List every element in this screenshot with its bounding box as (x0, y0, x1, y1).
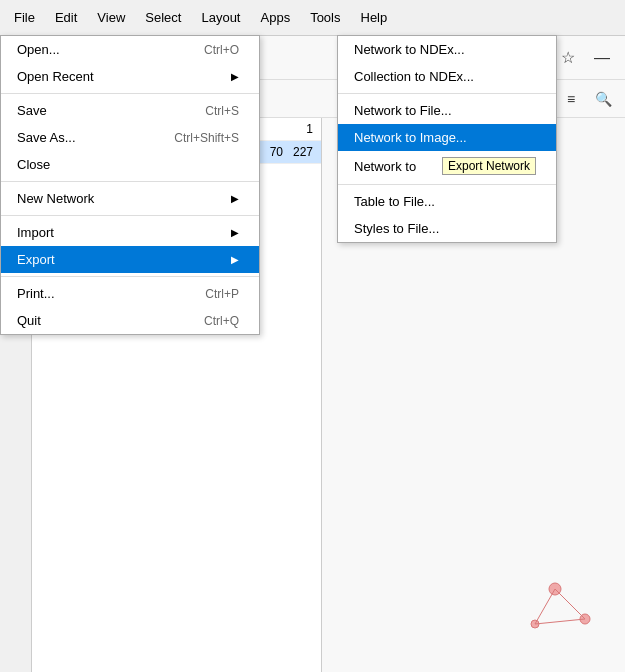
sep-3 (1, 215, 259, 216)
menu-new-network-label: New Network (17, 191, 94, 206)
export-table-file-label: Table to File... (354, 194, 435, 209)
menu-quit-label: Quit (17, 313, 41, 328)
menu-open[interactable]: Open... Ctrl+O (1, 36, 259, 63)
network-visualization (505, 569, 605, 652)
menu-save-shortcut: Ctrl+S (205, 104, 239, 118)
export-ndex[interactable]: Network to NDEx... (338, 36, 556, 63)
menu-tools[interactable]: Tools (300, 6, 350, 29)
menu-print-shortcut: Ctrl+P (205, 287, 239, 301)
export-styles-file-label: Styles to File... (354, 221, 439, 236)
sub-sep-2 (338, 184, 556, 185)
menu-close[interactable]: Close (1, 151, 259, 178)
open-recent-arrow: ▶ (231, 71, 239, 82)
menu-close-label: Close (17, 157, 50, 172)
row-count-tsv: 1 (306, 122, 313, 136)
export-ndex-label: Network to NDEx... (354, 42, 465, 57)
menu-open-recent[interactable]: Open Recent ▶ (1, 63, 259, 90)
menu-import[interactable]: Import ▶ (1, 219, 259, 246)
menu-print[interactable]: Print... Ctrl+P (1, 280, 259, 307)
search-icon-button[interactable]: 🔍 (589, 85, 617, 113)
menu-quit[interactable]: Quit Ctrl+Q (1, 307, 259, 334)
export-network-file-label: Network to File... (354, 103, 452, 118)
menu-open-recent-label: Open Recent (17, 69, 94, 84)
export-network-tooltip: Export Network (442, 157, 536, 175)
hamburger-icon-button[interactable]: ≡ (557, 85, 585, 113)
new-network-arrow: ▶ (231, 193, 239, 204)
menu-save-label: Save (17, 103, 47, 118)
export-network-web[interactable]: Network to Export Network (338, 151, 556, 181)
star-icon-button[interactable]: ☆ (553, 43, 583, 73)
menu-save-as-label: Save As... (17, 130, 76, 145)
sep-2 (1, 181, 259, 182)
export-arrow: ▶ (231, 254, 239, 265)
svg-line-3 (555, 589, 585, 619)
menu-view[interactable]: View (87, 6, 135, 29)
menu-bar: File Edit View Select Layout Apps Tools … (0, 0, 625, 36)
menu-print-label: Print... (17, 286, 55, 301)
menu-quit-shortcut: Ctrl+Q (204, 314, 239, 328)
menu-export-label: Export (17, 252, 55, 267)
menu-save-as[interactable]: Save As... Ctrl+Shift+S (1, 124, 259, 151)
export-network-image[interactable]: Network to Image... (338, 124, 556, 151)
svg-line-5 (535, 619, 585, 624)
export-submenu: Network to NDEx... Collection to NDEx...… (337, 35, 557, 243)
export-network-image-label: Network to Image... (354, 130, 467, 145)
menu-edit[interactable]: Edit (45, 6, 87, 29)
menu-help[interactable]: Help (351, 6, 398, 29)
svg-line-4 (535, 589, 555, 624)
menu-new-network[interactable]: New Network ▶ (1, 185, 259, 212)
import-arrow: ▶ (231, 227, 239, 238)
dash-icon-button[interactable]: — (587, 43, 617, 73)
menu-file[interactable]: File (4, 6, 45, 29)
export-collection-ndex[interactable]: Collection to NDEx... (338, 63, 556, 90)
sep-4 (1, 276, 259, 277)
export-styles-file[interactable]: Styles to File... (338, 215, 556, 242)
menu-open-shortcut: Ctrl+O (204, 43, 239, 57)
export-network-file[interactable]: Network to File... (338, 97, 556, 124)
sub-sep-1 (338, 93, 556, 94)
export-table-file[interactable]: Table to File... (338, 188, 556, 215)
menu-layout[interactable]: Layout (191, 6, 250, 29)
sep-1 (1, 93, 259, 94)
menu-import-label: Import (17, 225, 54, 240)
menu-save-as-shortcut: Ctrl+Shift+S (174, 131, 239, 145)
menu-save[interactable]: Save Ctrl+S (1, 97, 259, 124)
export-network-web-label: Network to (354, 159, 416, 174)
row-counts-hort: 70 227 (270, 145, 313, 159)
menu-export[interactable]: Export ▶ (1, 246, 259, 273)
menu-open-label: Open... (17, 42, 60, 57)
menu-apps[interactable]: Apps (251, 6, 301, 29)
menu-select[interactable]: Select (135, 6, 191, 29)
file-menu-dropdown: Open... Ctrl+O Open Recent ▶ Save Ctrl+S… (0, 35, 260, 335)
export-collection-ndex-label: Collection to NDEx... (354, 69, 474, 84)
